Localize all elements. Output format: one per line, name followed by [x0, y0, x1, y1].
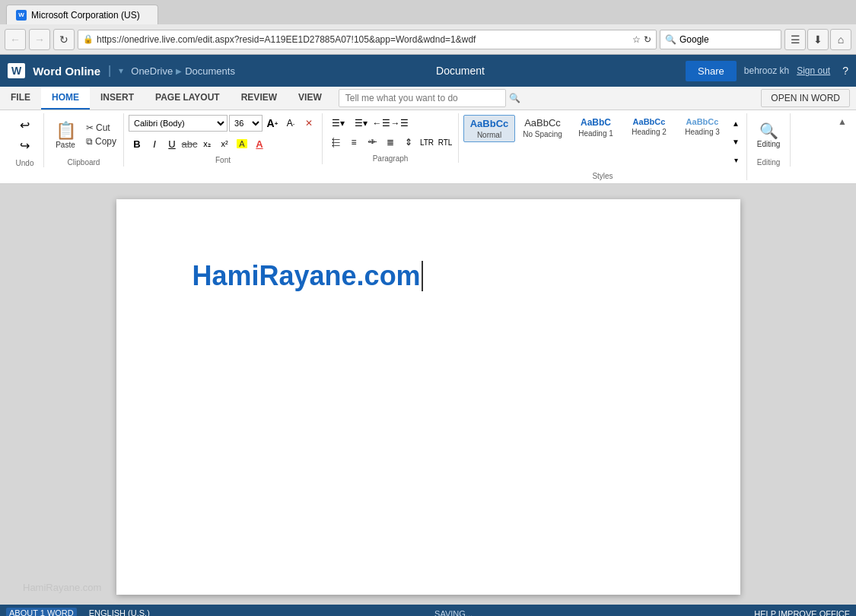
- doc-content[interactable]: HamiRayane.com: [193, 260, 664, 292]
- paragraph-row2: ⬱ ≡ ⬲ ≣ ⇕ LTR RTL: [327, 134, 453, 151]
- ribbon: FILE HOME INSERT PAGE LAYOUT REVIEW VIEW…: [0, 87, 856, 184]
- style-heading2[interactable]: AaBbCc Heading 2: [623, 115, 675, 138]
- italic-button[interactable]: I: [146, 135, 163, 152]
- help-button[interactable]: ?: [842, 65, 848, 77]
- ribbon-group-font: Calibri (Body) 36 A+ A- ✕ B I U abc x₂ x…: [124, 113, 323, 164]
- font-size-shrink-button[interactable]: A-: [282, 115, 299, 132]
- ribbon-group-styles-content: AaBbCc Normal AaBbCc No Spacing AaBbC He…: [463, 115, 742, 180]
- editing-button[interactable]: 🔍 Editing: [752, 115, 785, 154]
- font-name-select[interactable]: Calibri (Body): [129, 115, 228, 132]
- browser-toolbar: ← → ↻ 🔒 https://onedrive.live.com/edit.a…: [0, 24, 856, 55]
- font-color-button[interactable]: A: [251, 135, 268, 152]
- style-no-spacing-label: No Spacing: [523, 130, 562, 138]
- line-spacing-button[interactable]: ⇕: [400, 134, 417, 151]
- forward-button[interactable]: →: [29, 29, 50, 50]
- undo-button[interactable]: ↩: [15, 115, 35, 135]
- styles-up-button[interactable]: ▲: [730, 115, 742, 132]
- search-bar[interactable]: 🔍 Google: [660, 30, 781, 49]
- ribbon-group-clipboard: 📋 Paste ✂ Cut ⧉ Copy Clipboard: [44, 113, 124, 167]
- editing-icon: 🔍: [759, 122, 778, 140]
- style-heading3[interactable]: AaBbCc Heading 3: [676, 115, 728, 138]
- download-button[interactable]: ⬇: [807, 29, 829, 50]
- bullets-button[interactable]: ☰▾: [327, 115, 348, 132]
- tab-home[interactable]: HOME: [41, 87, 90, 110]
- lock-icon: 🔒: [83, 34, 94, 44]
- doc-page[interactable]: HamiRayane.com: [116, 199, 740, 595]
- superscript-button[interactable]: x²: [216, 135, 233, 152]
- font-size-select[interactable]: 36: [229, 115, 263, 132]
- paste-button[interactable]: 📋 Paste: [49, 115, 82, 154]
- language-item[interactable]: ENGLISH (U.S.): [86, 608, 153, 616]
- collapse-ribbon-button[interactable]: ▲: [835, 113, 850, 130]
- doc-text: HamiRayane.com: [193, 260, 421, 291]
- word-app-name: Word Online: [33, 65, 100, 78]
- font-size-grow-button[interactable]: A+: [264, 115, 281, 132]
- copy-button[interactable]: ⧉ Copy: [84, 135, 119, 148]
- cursor: [422, 261, 423, 291]
- tab-file[interactable]: FILE: [0, 87, 41, 110]
- align-left-button[interactable]: ⬱: [327, 134, 344, 151]
- signout-link[interactable]: Sign out: [797, 65, 830, 76]
- paragraph-row1: ☰▾ ☰▾ ←☰ →☰: [327, 115, 453, 132]
- increase-indent-button[interactable]: →☰: [391, 115, 408, 132]
- subscript-button[interactable]: x₂: [199, 135, 215, 152]
- address-bar[interactable]: 🔒 https://onedrive.live.com/edit.aspx?re…: [78, 30, 657, 49]
- home-button[interactable]: ⌂: [830, 29, 851, 50]
- styles-down-button[interactable]: ▼: [730, 133, 742, 150]
- style-normal[interactable]: AaBbCc Normal: [463, 115, 515, 142]
- share-button[interactable]: Share: [686, 61, 737, 81]
- cut-button[interactable]: ✂ Cut: [84, 122, 119, 134]
- search-label: Google: [679, 34, 709, 45]
- breadcrumb-folder[interactable]: Documents: [185, 65, 235, 77]
- browser-search-icon: 🔍: [665, 34, 676, 45]
- font-row1: Calibri (Body) 36 A+ A- ✕: [129, 115, 317, 132]
- decrease-indent-button[interactable]: ←☰: [373, 115, 390, 132]
- styles-arrows: ▲ ▼ ▾: [730, 115, 742, 168]
- ltr-button[interactable]: LTR: [418, 134, 435, 151]
- style-no-spacing[interactable]: AaBbCc No Spacing: [517, 115, 568, 141]
- justify-button[interactable]: ≣: [382, 134, 399, 151]
- browser-tab[interactable]: W Microsoft Corporation (US): [6, 5, 158, 24]
- saving-status: SAVING...: [434, 609, 473, 617]
- strikethrough-button[interactable]: abc: [181, 135, 198, 152]
- style-heading1[interactable]: AaBbC Heading 1: [570, 115, 622, 140]
- tell-me-input[interactable]: [339, 89, 506, 107]
- rtl-button[interactable]: RTL: [437, 134, 453, 151]
- word-count-item[interactable]: ABOUT 1 WORD: [6, 608, 77, 616]
- style-heading1-label: Heading 1: [578, 129, 613, 138]
- help-improve-text[interactable]: HELP IMPROVE OFFICE: [754, 609, 850, 617]
- extensions-button[interactable]: ☰: [784, 29, 806, 50]
- browser-tabs-bar: W Microsoft Corporation (US): [0, 0, 856, 24]
- style-normal-preview: AaBbCc: [470, 118, 509, 129]
- style-heading3-label: Heading 3: [685, 128, 720, 136]
- paste-icon: 📋: [56, 121, 76, 141]
- redo-button[interactable]: ↪: [15, 135, 35, 155]
- breadcrumb-home[interactable]: OneDrive: [131, 65, 173, 77]
- ribbon-group-undo: ↩ ↪ Undo: [6, 113, 44, 167]
- back-button[interactable]: ←: [5, 29, 26, 50]
- refresh-button[interactable]: ↻: [53, 29, 75, 50]
- highlight-color-button[interactable]: A: [234, 135, 250, 152]
- align-center-button[interactable]: ≡: [345, 134, 362, 151]
- tab-insert[interactable]: INSERT: [90, 87, 145, 110]
- tab-page-layout[interactable]: PAGE LAYOUT: [145, 87, 231, 110]
- tell-me-container: 🔍: [339, 89, 762, 107]
- titlebar-dropdown-icon[interactable]: ▾: [119, 65, 123, 76]
- bold-button[interactable]: B: [129, 135, 145, 152]
- numbering-button[interactable]: ☰▾: [350, 115, 371, 132]
- tab-view[interactable]: VIEW: [288, 87, 333, 110]
- copy-label: Copy: [95, 136, 116, 147]
- align-right-button[interactable]: ⬲: [364, 134, 380, 151]
- editing-label: Editing: [757, 140, 781, 148]
- underline-button[interactable]: U: [164, 135, 180, 152]
- open-in-word-button[interactable]: OPEN IN WORD: [761, 89, 850, 107]
- undo-group-label: Undo: [16, 159, 34, 167]
- tab-review[interactable]: REVIEW: [231, 87, 288, 110]
- styles-more-button[interactable]: ▾: [730, 151, 742, 168]
- ribbon-group-styles: AaBbCc Normal AaBbCc No Spacing AaBbC He…: [459, 113, 747, 180]
- clear-format-button[interactable]: ✕: [301, 115, 317, 132]
- tab-title: Microsoft Corporation (US): [31, 10, 140, 21]
- highlight-icon: A: [237, 139, 247, 148]
- status-right[interactable]: HELP IMPROVE OFFICE: [754, 608, 850, 617]
- tell-me-search-icon: 🔍: [509, 93, 520, 103]
